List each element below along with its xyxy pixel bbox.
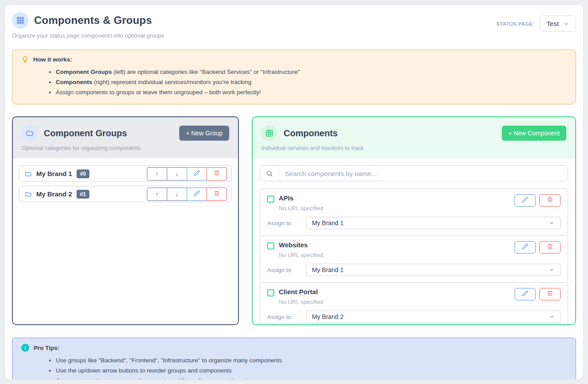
assign-group-select[interactable]: My Brand 1 — [306, 217, 561, 229]
status-page-selector: STATUS PAGE: Test — [496, 15, 576, 32]
pencil-icon — [194, 190, 200, 198]
groups-panel-header-top: Component Groups + New Group — [22, 125, 229, 141]
edit-group-button[interactable] — [187, 167, 207, 180]
search-input[interactable] — [279, 166, 568, 181]
arrow-up-icon: ↑ — [155, 170, 159, 177]
pro-tips-title: Pro Tips: — [34, 345, 59, 351]
groups-panel-title: Component Groups — [44, 128, 127, 138]
assign-label: Assign to: — [267, 314, 306, 320]
apps-grid-icon — [12, 12, 29, 29]
component-groups-panel: Component Groups + New Group Optional ca… — [12, 116, 239, 325]
group-row: My Brand 1 #0 ↑ ↓ — [19, 165, 232, 182]
arrow-up-icon: ↑ — [155, 190, 159, 198]
components-panel-title: Components — [284, 128, 338, 138]
status-page-value: Test — [546, 20, 559, 27]
move-down-button[interactable]: ↓ — [167, 188, 187, 201]
assigned-group-value: My Brand 1 — [312, 219, 344, 227]
chevron-down-icon — [549, 314, 555, 320]
pro-tip-bullet: Components without a group will appear i… — [56, 376, 567, 380]
trash-icon — [214, 190, 220, 198]
status-page-label: STATUS PAGE: — [496, 21, 535, 27]
new-component-button[interactable]: + New Component — [502, 126, 566, 141]
assign-group-select[interactable]: My Brand 2 — [306, 311, 561, 323]
chevron-down-icon — [549, 220, 555, 226]
how-it-works-title: How it works: — [33, 56, 72, 63]
delete-component-button[interactable] — [539, 194, 561, 207]
component-search — [260, 165, 568, 181]
delete-component-button[interactable] — [539, 288, 561, 300]
delete-group-button[interactable] — [207, 167, 227, 180]
page-header-left: Components & Groups Organize your status… — [12, 12, 164, 39]
component-checkbox[interactable] — [267, 289, 274, 296]
component-name: Client Portal — [279, 288, 323, 296]
trash-icon — [214, 170, 220, 178]
group-row-actions: ↑ ↓ — [147, 167, 227, 180]
table-grid-icon — [261, 125, 277, 141]
page-card: Components & Groups Organize your status… — [4, 4, 584, 380]
panels-row: Component Groups + New Group Optional ca… — [12, 116, 576, 325]
edit-component-button[interactable] — [515, 241, 536, 253]
groups-panel-subtitle: Optional categories for organizing compo… — [22, 145, 229, 151]
page-subtitle: Organize your status page components int… — [12, 32, 164, 39]
info-icon: i — [21, 344, 29, 352]
chevron-down-icon — [549, 267, 555, 273]
component-card: Client Portal No URL specified — [260, 282, 568, 325]
component-actions — [515, 288, 561, 300]
trash-icon — [547, 243, 553, 251]
group-row: My Brand 2 #1 ↑ ↓ — [19, 186, 232, 202]
how-it-works-box: How it works: Component Groups (left) ar… — [12, 50, 576, 104]
new-group-button[interactable]: + New Group — [179, 126, 229, 141]
pencil-icon — [194, 170, 200, 178]
component-url-note: No URL specified — [279, 252, 323, 258]
component-info: Client Portal No URL specified — [279, 288, 323, 305]
how-it-works-bullet: Component Groups (left) are optional cat… — [56, 67, 567, 77]
assign-row: Assign to: My Brand 1 — [267, 217, 561, 229]
edit-group-button[interactable] — [187, 188, 207, 201]
component-card: APIs No URL specified — [260, 188, 568, 236]
page-title: Components & Groups — [34, 14, 152, 27]
move-up-button[interactable]: ↑ — [147, 188, 167, 201]
component-checkbox[interactable] — [267, 242, 274, 250]
components-panel-subtitle: Individual services and monitors to trac… — [261, 145, 566, 151]
component-card-top: APIs No URL specified — [267, 194, 561, 211]
order-badge: #1 — [77, 190, 89, 199]
order-badge: #0 — [77, 169, 89, 178]
bullet-text: (left) are optional categories like "Bac… — [112, 69, 300, 75]
lightbulb-icon — [21, 56, 29, 63]
assign-label: Assign to: — [267, 220, 306, 227]
bullet-bold: Components — [56, 79, 92, 85]
component-url-note: No URL specified — [279, 205, 323, 211]
component-name: Websites — [279, 241, 323, 249]
search-icon — [260, 166, 279, 181]
move-down-button[interactable]: ↓ — [167, 167, 187, 180]
status-page-dropdown[interactable]: Test — [540, 15, 576, 32]
delete-group-button[interactable] — [207, 188, 227, 201]
move-up-button[interactable]: ↑ — [147, 167, 167, 180]
delete-component-button[interactable] — [539, 241, 561, 253]
component-info: APIs No URL specified — [279, 194, 323, 211]
bullet-bold: Component Groups — [56, 69, 112, 75]
component-actions — [515, 194, 561, 207]
component-checkbox[interactable] — [267, 196, 274, 203]
components-panel-header-top: Components + New Component — [261, 125, 566, 141]
pencil-icon — [522, 196, 528, 204]
component-card-top: Websites No URL specified — [267, 241, 561, 258]
component-card-top: Client Portal No URL specified — [267, 288, 561, 305]
group-name: My Brand 1 — [36, 170, 72, 177]
pro-tip-bullet: Use the up/down arrow buttons to reorder… — [56, 365, 567, 376]
component-actions — [515, 241, 561, 253]
bullet-text: Assign components to groups or leave the… — [56, 89, 261, 96]
assigned-group-value: My Brand 1 — [312, 266, 344, 273]
assign-label: Assign to: — [267, 267, 306, 273]
edit-component-button[interactable] — [515, 194, 536, 207]
pro-tip-bullet: Use groups like "Backend", "Frontend", "… — [56, 355, 567, 365]
pro-tips-head: i Pro Tips: — [21, 344, 567, 352]
pro-tips-list: Use groups like "Backend", "Frontend", "… — [56, 355, 567, 380]
edit-component-button[interactable] — [515, 288, 536, 300]
folder-icon — [25, 170, 32, 177]
assign-row: Assign to: My Brand 2 — [267, 311, 561, 323]
assign-group-select[interactable]: My Brand 1 — [306, 264, 561, 276]
assign-row: Assign to: My Brand 1 — [267, 264, 561, 276]
how-it-works-bullet: Components (right) represent individual … — [56, 77, 567, 87]
components-panel: Components + New Component Individual se… — [252, 116, 576, 325]
